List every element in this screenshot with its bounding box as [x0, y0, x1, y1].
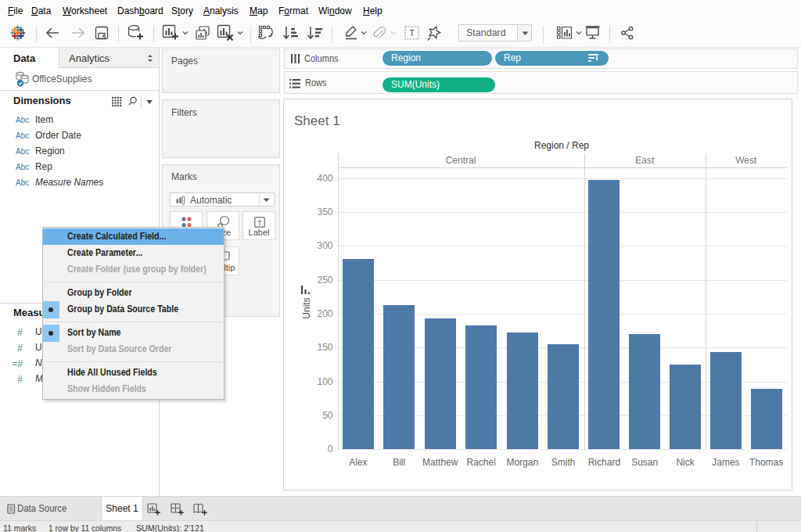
- svg-text:T: T: [257, 218, 262, 227]
- svg-text:T: T: [409, 28, 415, 38]
